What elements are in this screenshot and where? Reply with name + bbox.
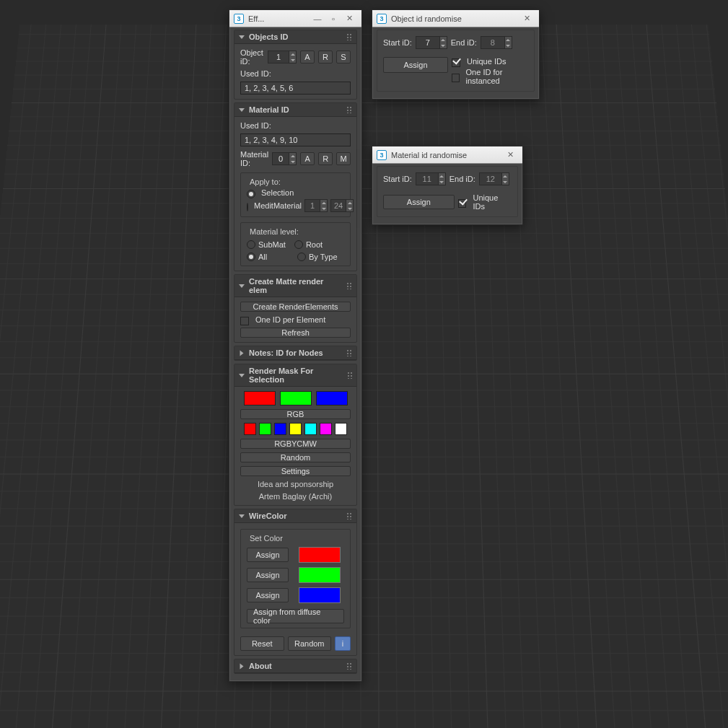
swatch-y[interactable]	[289, 423, 302, 435]
wirecolor-swatch-red[interactable]	[299, 547, 341, 563]
assign-button[interactable]: A	[300, 51, 315, 63]
end-id-spinner[interactable]	[481, 36, 512, 49]
swatch-blue[interactable]	[316, 391, 348, 405]
used-id-label: Used ID:	[240, 69, 351, 78]
assign-blue-button[interactable]: Assign	[247, 588, 289, 602]
radio-medit-material[interactable]	[247, 203, 248, 211]
medit-spinner-1[interactable]	[304, 199, 328, 212]
medit-spinner-2[interactable]	[330, 199, 354, 212]
radio-root[interactable]	[294, 240, 303, 249]
radio-selection[interactable]	[247, 190, 255, 198]
object-id-spinner[interactable]	[268, 51, 297, 63]
rollout-head-notes[interactable]: Notes: ID for Nodes	[234, 346, 356, 360]
grip-icon	[347, 372, 352, 379]
viewport-grid	[0, 25, 728, 728]
mat-assign-button[interactable]: A	[300, 152, 315, 165]
radio-medit-label: MeditMaterial	[254, 201, 302, 210]
wirecolor-swatch-blue[interactable]	[299, 587, 341, 603]
wirecolor-swatch-green[interactable]	[299, 567, 341, 583]
rollout-head-objects-id[interactable]: Objects ID	[234, 30, 356, 44]
start-id-label: Start iD:	[383, 38, 412, 47]
end-id-label: End iD:	[451, 38, 477, 47]
credit-line-1: Idea and sponsorship	[240, 480, 351, 488]
close-button[interactable]: ✕	[519, 14, 535, 23]
maximize-button[interactable]: ▫	[325, 14, 341, 23]
rgb-button[interactable]: RGB	[240, 409, 351, 419]
start-id-spinner[interactable]	[416, 172, 446, 185]
swatch-w[interactable]	[335, 423, 347, 435]
close-button[interactable]: ✕	[502, 150, 518, 159]
material-id-spinner[interactable]	[272, 152, 297, 165]
mat-random-button[interactable]: R	[318, 152, 333, 165]
end-id-spinner[interactable]	[479, 172, 509, 185]
rollout-head-create-matte[interactable]: Create Matte render elem	[234, 275, 356, 297]
checkbox-unique-ids[interactable]	[458, 199, 467, 208]
object-id-label: Object iD:	[240, 48, 264, 66]
minimize-button[interactable]: —	[310, 14, 325, 23]
spin-up[interactable]	[289, 51, 296, 57]
assign-green-button[interactable]: Assign	[247, 568, 289, 582]
mask-random-button[interactable]: Random	[240, 452, 351, 462]
rollout-title: Notes: ID for Nodes	[249, 348, 323, 357]
wirecolor-info-button[interactable]: i	[335, 636, 351, 651]
radio-submat[interactable]	[247, 240, 255, 249]
rollout-about: About	[234, 659, 357, 674]
radio-all[interactable]	[247, 253, 255, 261]
titlebar[interactable]: 3 Material id randomise ✕	[372, 146, 522, 164]
wirecolor-reset-button[interactable]: Reset	[240, 636, 284, 651]
mat-m-button[interactable]: M	[336, 152, 351, 165]
swatch-m[interactable]	[320, 423, 332, 435]
app-icon: 3	[234, 14, 244, 24]
object-id-randomise-window: 3 Object id randomise ✕ Start iD: End iD…	[372, 9, 540, 100]
swatch-r[interactable]	[244, 423, 256, 435]
caret-icon	[239, 374, 245, 377]
window-title: Object id randomise	[391, 14, 519, 23]
refresh-button[interactable]: Refresh	[240, 328, 351, 338]
rgbycmw-swatches	[240, 423, 351, 435]
one-id-label: One ID per Element	[255, 315, 325, 324]
close-button[interactable]: ✕	[341, 14, 357, 23]
start-id-spinner[interactable]	[416, 36, 447, 49]
assign-button[interactable]: Assign	[383, 57, 448, 73]
rgbycmw-button[interactable]: RGBYCMW	[240, 439, 351, 449]
end-id-label: End iD:	[449, 175, 475, 183]
random-button[interactable]: R	[318, 51, 333, 63]
rgb-swatches	[240, 391, 351, 405]
mask-settings-button[interactable]: Settings	[240, 466, 351, 476]
checkbox-unique-ids[interactable]	[452, 58, 460, 67]
swatch-red[interactable]	[244, 391, 276, 405]
titlebar[interactable]: 3 Object id randomise ✕	[372, 10, 539, 27]
swatch-c[interactable]	[304, 423, 317, 435]
rollout-material-id: Material ID Used ID: Material ID: A R M	[234, 102, 357, 271]
radio-bytype[interactable]	[297, 253, 306, 261]
select-button[interactable]: S	[336, 51, 351, 63]
app-icon: 3	[377, 14, 387, 24]
swatch-g[interactable]	[259, 423, 271, 435]
main-window: 3 Eff... — ▫ ✕ Objects ID Object iD: A	[229, 9, 362, 682]
used-id-field[interactable]	[240, 82, 351, 95]
wirecolor-random-button[interactable]: Random	[288, 636, 332, 651]
create-render-elements-button[interactable]: Create RenderElements	[240, 302, 351, 312]
checkbox-one-id[interactable]	[240, 317, 249, 325]
caret-icon	[239, 108, 245, 112]
assign-red-button[interactable]: Assign	[247, 548, 289, 562]
swatch-green[interactable]	[280, 391, 312, 405]
grip-icon	[346, 662, 352, 670]
assign-diffuse-button[interactable]: Assign from diffuse color	[247, 609, 344, 623]
rollout-notes: Notes: ID for Nodes	[234, 346, 357, 361]
checkbox-one-instanced[interactable]	[452, 74, 460, 82]
grip-icon	[346, 106, 352, 113]
rollout-head-wirecolor[interactable]: WireColor	[234, 509, 356, 523]
material-id-input[interactable]	[273, 153, 289, 165]
titlebar[interactable]: 3 Eff... — ▫ ✕	[229, 10, 361, 27]
mat-used-field[interactable]	[240, 133, 351, 146]
assign-button[interactable]: Assign	[383, 195, 455, 209]
rollout-head-material-id[interactable]: Material ID	[234, 103, 356, 117]
rollout-head-about[interactable]: About	[234, 659, 356, 673]
spin-up[interactable]	[289, 153, 296, 159]
object-id-input[interactable]	[268, 51, 289, 63]
rollout-head-render-mask[interactable]: Render Mask For Selection	[234, 364, 356, 387]
swatch-b[interactable]	[274, 423, 286, 435]
spin-down[interactable]	[289, 159, 296, 165]
spin-down[interactable]	[289, 57, 296, 63]
